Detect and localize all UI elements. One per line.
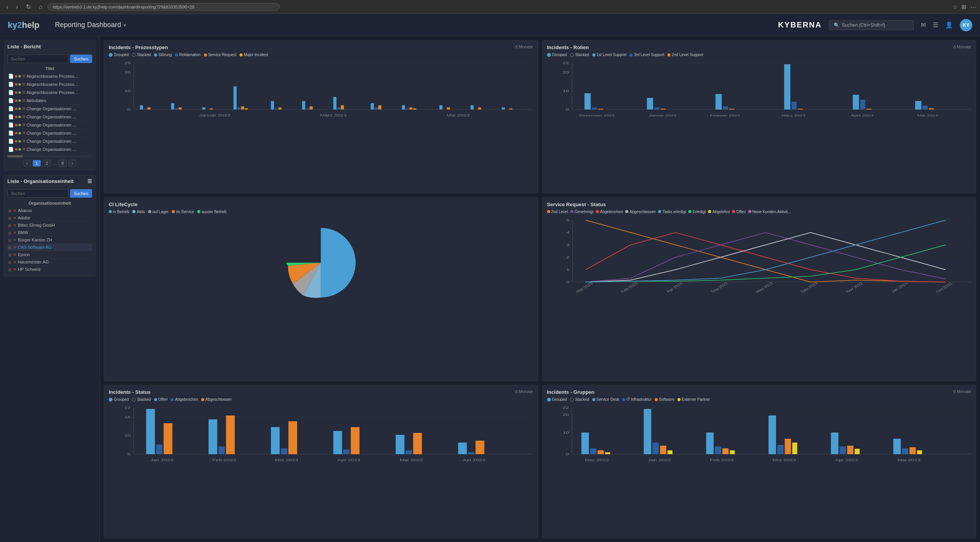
legend-gruppen-stacked[interactable]: Stacked [570,397,589,402]
nav-reload-btn[interactable]: ↻ [24,2,33,11]
org-panel-menu-icon[interactable]: ☰ [87,178,92,184]
org-del-icon[interactable]: ✕ [13,209,16,213]
browser-action-menu[interactable]: ⋯ [970,3,976,10]
del-icon[interactable]: ✕ [22,90,26,95]
kyberna-logo: KYBERNA [778,21,822,29]
del-icon[interactable]: ✕ [22,147,26,152]
org-item[interactable]: ◎ ✕ Hausmeister AG [7,258,92,266]
nav-forward-btn[interactable]: › [14,3,20,11]
legend-stacked-rollen[interactable]: Stacked [570,53,589,57]
svg-text:5: 5 [127,452,130,456]
org-del-icon[interactable]: ✕ [13,223,16,227]
org-del-icon[interactable]: ✕ [13,216,16,220]
org-del-icon[interactable]: ✕ [13,253,16,257]
org-filter-icon[interactable]: ◎ [8,223,12,227]
svg-text:0: 0 [566,452,569,456]
org-filter-icon[interactable]: ◎ [8,267,12,272]
title-dropdown-arrow[interactable]: ▾ [123,22,126,28]
nav-back-btn[interactable]: ‹ [4,3,10,11]
search-placeholder: Suchen (Ctrl+Shift+f) [842,22,885,28]
url-bar[interactable]: https://vertrieb3.1.de.ky2help.com/dashb… [48,3,280,11]
list-item[interactable]: 📄■■✕ Change Organisationen ... [7,129,92,137]
page-1-btn[interactable]: 1 [32,160,41,167]
org-item[interactable]: ◎ ✕ Adobe [7,214,92,222]
list-item[interactable]: 📄■■✕ Change Organisationen ... [7,137,92,145]
org-filter-icon[interactable]: ◎ [8,253,12,257]
org-item[interactable]: ◎ ✕ BMW [7,229,92,236]
del-icon[interactable]: ✕ [22,122,26,128]
org-filter-icon[interactable]: ◎ [8,238,12,242]
del-icon[interactable]: ✕ [22,74,26,79]
list-item[interactable]: 📄■■✕ Change Organisationen ... [7,121,92,129]
org-filter-icon[interactable]: ◎ [8,231,12,235]
org-item[interactable]: ◎ ✕ Epson [7,251,92,258]
del-icon[interactable]: ✕ [22,138,26,144]
legend-gruppen-grouped[interactable]: Grouped [547,397,567,402]
svg-text:17: 17 [124,406,130,410]
org-item[interactable]: ◎ ✕ CAS Software AG [7,244,92,251]
svg-text:Mrz 2023: Mrz 2023 [772,458,796,462]
user-icon[interactable]: 👤 [945,21,953,29]
org-search-input[interactable] [7,189,68,198]
mail-icon[interactable]: ✉ [921,21,926,29]
org-del-icon[interactable]: ✕ [13,267,16,272]
org-filter-icon[interactable]: ◎ [8,216,12,220]
org-item[interactable]: ◎ ✕ HP Schweiz [7,266,92,273]
del-icon[interactable]: ✕ [22,130,26,136]
svg-rect-46 [413,108,416,109]
legend-status-grouped[interactable]: Grouped [109,397,129,402]
org-del-icon[interactable]: ✕ [13,260,16,264]
bericht-search-input[interactable] [7,55,68,63]
legend-sr-neue-kunden: Neue Kunden-Aktivit... [748,210,791,214]
org-item[interactable]: ◎ ✕ Biltec Elmeg GmbH [7,222,92,229]
list-item[interactable]: 📄■■✕ Change Organisationen ... [7,113,92,121]
org-filter-icon[interactable]: ◎ [8,245,12,250]
org-del-icon[interactable]: ✕ [13,231,16,235]
org-search-button[interactable]: Suchen [70,189,92,198]
page-8-btn[interactable]: 8 [58,160,67,167]
del-icon[interactable]: ✕ [22,82,26,87]
list-item[interactable]: 📄■■✕ Abgeschlossene Prozess... [7,89,92,97]
user-avatar[interactable]: KY [960,19,972,31]
svg-text:Apr 2023: Apr 2023 [835,458,858,462]
legend-grouped-radio[interactable]: Grouped [109,53,129,57]
1st-level-dot [592,53,595,56]
svg-rect-184 [917,450,922,454]
del-icon[interactable]: ✕ [22,106,26,111]
page-2-btn[interactable]: 2 [43,160,51,167]
svg-text:0: 0 [566,280,569,284]
nav-search-box[interactable]: 🔍 Suchen (Ctrl+Shift+f) [829,20,914,30]
main-layout: Liste - Bericht Suchen Titel 📄■■✕ Abgesc… [0,36,980,542]
org-item[interactable]: ◎ ✕ Abacus [7,207,92,214]
legend-status-stacked[interactable]: Stacked [132,397,151,402]
nav-home-btn[interactable]: ⌂ [36,3,45,11]
legend-stacked-radio[interactable]: Stacked [132,53,151,57]
legend-sr-offen: Offen [732,210,746,214]
del-icon[interactable]: ✕ [22,98,26,103]
list-item[interactable]: 📄■■✕ Abgeschlossene Prozess... [7,72,92,80]
svg-rect-37 [341,105,344,109]
browser-action-star[interactable]: ☆ [953,3,958,10]
list-item[interactable]: 📄■■✕ Change Organisationen ... [7,145,92,154]
org-filter-icon[interactable]: ◎ [8,260,12,264]
prev-page-btn[interactable]: ‹ [23,160,31,167]
list-item[interactable]: 📄■■✕ Abgeschlossene Prozess... [7,80,92,89]
del-icon[interactable]: ✕ [22,114,26,120]
list-item[interactable]: 📄■■✕ Aktivitäten [7,97,92,105]
list-icon[interactable]: ☰ [933,21,938,29]
bericht-search-button[interactable]: Suchen [70,55,92,63]
org-del-icon[interactable]: ✕ [13,238,16,242]
major-incident-label: Major Incident [244,53,268,57]
svg-rect-23 [234,86,237,109]
sr-neue-kunden-label: Neue Kunden-Aktivit... [753,210,791,214]
svg-rect-163 [597,450,604,454]
next-page-btn[interactable]: › [68,160,76,167]
org-filter-icon[interactable]: ◎ [8,209,12,213]
org-item-text: BMW [18,230,91,235]
legend-grouped-rollen[interactable]: Grouped [547,53,567,57]
doc-icon: 📄 [8,114,14,120]
org-del-icon[interactable]: ✕ [13,245,16,250]
browser-action-ext[interactable]: ⊞ [961,3,966,10]
org-item[interactable]: ◎ ✕ Bürger Kanton ZH [7,236,92,244]
list-item[interactable]: 📄■■✕ Change Organisationen ... [7,105,92,113]
